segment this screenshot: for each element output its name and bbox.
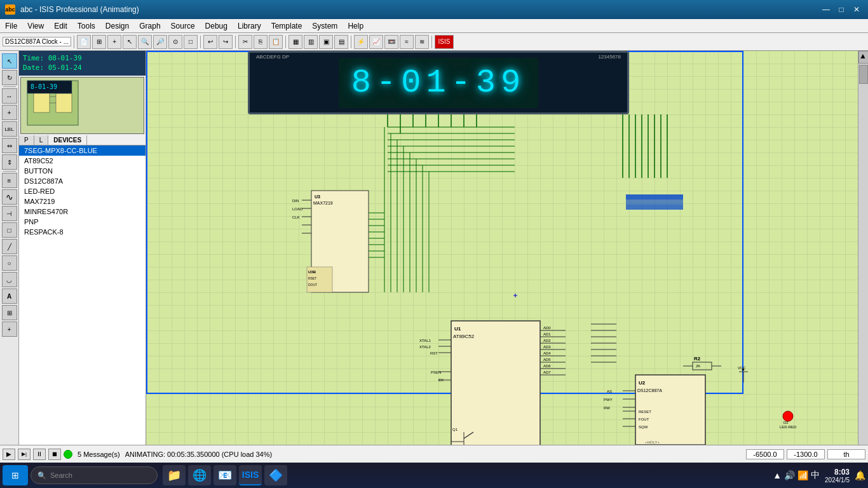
block-button[interactable]: ▦ xyxy=(288,35,302,49)
menu-system[interactable]: System xyxy=(307,19,342,33)
minimize-button[interactable]: — xyxy=(820,4,832,15)
clock-display[interactable]: 8:03 2024/1/5 xyxy=(825,468,850,484)
menu-edit[interactable]: Edit xyxy=(49,19,72,33)
close-button[interactable]: ✕ xyxy=(850,4,863,15)
block4-button[interactable]: ▤ xyxy=(334,35,348,49)
device-button[interactable]: BUTTON xyxy=(19,166,146,176)
tab-devices[interactable]: DEVICES xyxy=(48,135,87,145)
toolbar-sep-4 xyxy=(285,36,286,48)
device-at89c52[interactable]: AT89C52 xyxy=(19,156,146,166)
menu-view[interactable]: View xyxy=(22,19,49,33)
seg-label-abcdefg: ABCDEFG DP xyxy=(256,54,289,60)
redo-button[interactable]: ↪ xyxy=(219,35,233,49)
cursor-button[interactable]: ↖ xyxy=(123,35,137,49)
taskbar-browser[interactable]: 🌐 xyxy=(188,465,211,485)
rotate-tool[interactable]: ↻ xyxy=(2,70,17,85)
zoom-fit-button[interactable]: ⊙ xyxy=(168,35,182,49)
signal-button[interactable]: ≈ xyxy=(400,35,414,49)
time-value: Time: 08-01-39 xyxy=(23,53,142,63)
text-tool[interactable]: A xyxy=(2,288,17,304)
ud-tool[interactable]: ⇕ xyxy=(2,154,17,170)
taskbar-search[interactable]: 🔍 Search xyxy=(31,466,158,484)
start-button[interactable]: ⊞ xyxy=(3,465,28,485)
tray-volume[interactable]: 🔊 xyxy=(784,470,795,480)
menu-design[interactable]: Design xyxy=(100,19,134,33)
plus-tool[interactable]: + xyxy=(2,105,17,120)
menu-graph[interactable]: Graph xyxy=(134,19,165,33)
grid-button[interactable]: ⊞ xyxy=(92,35,106,49)
menu-source[interactable]: Source xyxy=(166,19,200,33)
probe-button[interactable]: ⚡ xyxy=(354,35,368,49)
status-bar: ▶ ▶| ⏸ ⏹ 5 Message(s) ANIMATING: 00:05:3… xyxy=(0,445,868,463)
device-minres470r[interactable]: MINRES470R xyxy=(19,207,146,217)
step-button[interactable]: ▶| xyxy=(18,449,31,460)
sym-tool[interactable]: ⊞ xyxy=(2,305,17,320)
arc-tool[interactable]: ◡ xyxy=(2,272,17,287)
scroll-up[interactable]: ▲ xyxy=(858,51,868,64)
notification-button[interactable]: 🔔 xyxy=(855,470,865,480)
device-max7219[interactable]: MAX7219 xyxy=(19,196,146,207)
plus2-tool[interactable]: + xyxy=(2,322,17,337)
device-respack8[interactable]: RESPACK-8 xyxy=(19,227,146,237)
taskbar-proteus[interactable]: ISIS xyxy=(239,465,262,485)
box-tool[interactable]: □ xyxy=(2,222,17,238)
select-tool[interactable]: ↖ xyxy=(2,53,17,69)
mirror-h-tool[interactable]: ↔ xyxy=(2,88,17,104)
svg-text:U3: U3 xyxy=(315,194,320,199)
block3-button[interactable]: ▣ xyxy=(319,35,333,49)
mini-schematic[interactable]: 8-01-39 xyxy=(20,77,144,134)
menu-debug[interactable]: Debug xyxy=(200,19,233,33)
line-tool[interactable]: ╱ xyxy=(2,239,17,254)
lr-tool[interactable]: ⇔ xyxy=(2,138,17,153)
add-button[interactable]: + xyxy=(107,35,121,49)
tape-button[interactable]: 📼 xyxy=(384,35,398,49)
taskbar-mail[interactable]: 📧 xyxy=(214,465,236,485)
stop-button[interactable]: ⏹ xyxy=(48,449,61,460)
device-7seg[interactable]: 7SEG-MPX8-CC-BLUE xyxy=(19,146,146,156)
tray-network[interactable]: 📶 xyxy=(797,470,808,480)
menu-tools[interactable]: Tools xyxy=(72,19,100,33)
device-led-red[interactable]: LED-RED xyxy=(19,186,146,196)
scroll-thumb[interactable] xyxy=(859,65,868,84)
maximize-button[interactable]: □ xyxy=(835,4,848,15)
status-info: 5 Message(s) ANIMATING: 00:05:35.350000 … xyxy=(64,450,743,459)
report-button[interactable]: ISIS xyxy=(435,35,454,49)
tab-p[interactable]: P xyxy=(19,135,34,145)
taskbar-files[interactable]: 📁 xyxy=(163,465,186,485)
circle-tool[interactable]: ○ xyxy=(2,255,17,271)
undo-button[interactable]: ↩ xyxy=(203,35,217,49)
pin-tool[interactable]: ⊣ xyxy=(2,206,17,221)
new-button[interactable]: 📄 xyxy=(77,35,91,49)
menu-help[interactable]: Help xyxy=(342,19,369,33)
titlebar-left: abc abc - ISIS Professional (Animating) xyxy=(5,4,139,15)
cut-button[interactable]: ✂ xyxy=(238,35,252,49)
paste-button[interactable]: 📋 xyxy=(269,35,283,49)
tab-label[interactable]: DS12C887A Clock - ... xyxy=(3,37,71,46)
zoom-out-button[interactable]: 🔎 xyxy=(153,35,167,49)
zoom-in-button[interactable]: 🔍 xyxy=(138,35,152,49)
menu-library[interactable]: Library xyxy=(233,19,266,33)
vertical-scrollbar[interactable]: ▲ xyxy=(858,51,868,445)
taskbar-extra[interactable]: 🔷 xyxy=(264,465,287,485)
tray-lang[interactable]: 中 xyxy=(811,470,820,481)
tray-arrow[interactable]: ▲ xyxy=(773,470,782,480)
block2-button[interactable]: ▥ xyxy=(304,35,318,49)
svg-rect-147 xyxy=(626,200,683,205)
tab-l[interactable]: L xyxy=(34,135,49,145)
prop-button[interactable]: ≋ xyxy=(415,35,429,49)
copy-button[interactable]: ⎘ xyxy=(254,35,268,49)
menu-file[interactable]: File xyxy=(0,19,22,33)
lbl-tool[interactable]: LBL xyxy=(2,121,17,137)
device-pnp[interactable]: PNP xyxy=(19,217,146,227)
taskbar-apps: 📁 🌐 📧 ISIS 🔷 xyxy=(163,465,287,485)
canvas-area[interactable]: ABCDEFG DP 12345678 8-01-39 xyxy=(146,51,858,445)
zoom-area-button[interactable]: □ xyxy=(184,35,198,49)
pause-button[interactable]: ⏸ xyxy=(33,449,46,460)
graph-button[interactable]: 📈 xyxy=(369,35,383,49)
svg-text:D2: D2 xyxy=(783,421,789,424)
bus-tool[interactable]: ≡ xyxy=(2,173,17,188)
wire-tool[interactable]: ∿ xyxy=(2,189,17,205)
play-button[interactable]: ▶ xyxy=(3,449,15,460)
menu-template[interactable]: Template xyxy=(266,19,308,33)
device-ds12c887a[interactable]: DS12C887A xyxy=(19,176,146,186)
